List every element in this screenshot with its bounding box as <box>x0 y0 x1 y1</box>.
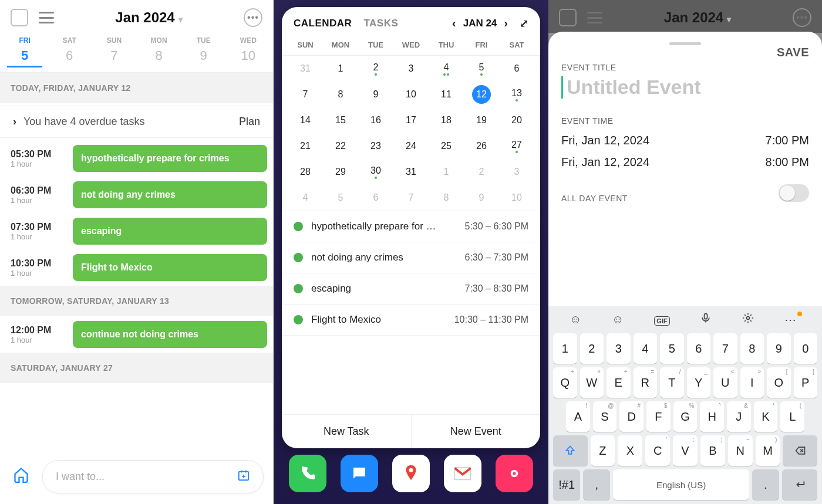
day-cell-8[interactable]: 8 <box>429 187 464 208</box>
key-M[interactable]: )M <box>756 435 780 466</box>
start-date[interactable]: Fri, Jan 12, 2024 <box>561 134 649 147</box>
settings-icon[interactable] <box>742 312 754 327</box>
more-keyboard-icon[interactable]: ⋯ <box>784 313 801 327</box>
day-cell-7[interactable]: 7 <box>393 187 429 208</box>
day-cell-1[interactable]: 1 <box>429 161 464 182</box>
key-U[interactable]: <U <box>713 367 737 398</box>
key-S[interactable]: @S <box>593 401 617 432</box>
day-cell-26[interactable]: 26 <box>464 136 499 157</box>
key-7[interactable]: 7 <box>713 333 737 364</box>
key-1[interactable]: 1 <box>553 333 577 364</box>
widget-event[interactable]: hypothetically prepare for …5:30 – 6:30 … <box>282 211 540 242</box>
day-cell-10[interactable]: 10 <box>499 187 534 208</box>
calendar-add-icon[interactable] <box>237 469 250 485</box>
home-icon[interactable] <box>9 466 33 487</box>
emoji-icon[interactable]: ☺ <box>570 313 581 326</box>
day-cell-5[interactable]: 5 <box>323 187 358 208</box>
end-time[interactable]: 8:00 PM <box>766 155 809 169</box>
select-all-checkbox[interactable] <box>11 9 28 26</box>
day-cell-19[interactable]: 19 <box>464 110 499 131</box>
new-event-button[interactable]: New Event <box>412 415 541 448</box>
tab-tasks[interactable]: TASKS <box>363 18 398 29</box>
day-cell-3[interactable]: 3 <box>393 58 429 79</box>
key-N[interactable]: ~N <box>728 435 753 466</box>
week-day-6[interactable]: SAT6 <box>52 36 87 67</box>
key-D[interactable]: #D <box>619 401 644 432</box>
key-2[interactable]: 2 <box>580 333 604 364</box>
key-English (US)[interactable]: English (US) <box>613 469 749 500</box>
end-date[interactable]: Fri, Jan 12, 2024 <box>561 155 649 169</box>
key-6[interactable]: 6 <box>687 333 711 364</box>
key-A[interactable]: !A <box>566 401 590 432</box>
key-3[interactable]: 3 <box>607 333 631 364</box>
event-title-input[interactable]: Untitled Event <box>561 76 809 99</box>
day-cell-24[interactable]: 24 <box>393 136 429 157</box>
widget-event[interactable]: Flight to Mexico10:30 – 11:30 PM <box>282 305 540 336</box>
key-I[interactable]: >I <box>740 367 764 398</box>
dock-messages-icon[interactable] <box>341 455 378 492</box>
day-cell-15[interactable]: 15 <box>323 110 358 131</box>
key-V[interactable]: :V <box>673 435 698 466</box>
key-G[interactable]: %G <box>673 401 698 432</box>
day-cell-22[interactable]: 22 <box>323 136 358 157</box>
day-cell-23[interactable]: 23 <box>358 136 393 157</box>
key-F[interactable]: $F <box>646 401 671 432</box>
key-9[interactable]: 9 <box>767 333 791 364</box>
allday-toggle[interactable] <box>779 184 809 202</box>
day-cell-4[interactable]: 4 <box>429 58 464 79</box>
key-enter[interactable] <box>782 469 817 500</box>
day-cell-10[interactable]: 10 <box>393 84 429 105</box>
dock-maps-icon[interactable] <box>392 455 430 492</box>
key-backspace[interactable] <box>783 435 817 466</box>
key-C[interactable]: 'C <box>645 435 670 466</box>
new-task-button[interactable]: New Task <box>282 415 412 448</box>
key-shift[interactable] <box>553 435 588 466</box>
save-button[interactable]: SAVE <box>777 46 809 59</box>
key-X[interactable]: X <box>618 435 642 466</box>
dock-camera-icon[interactable] <box>496 455 533 492</box>
key-E[interactable]: ÷E <box>607 367 631 398</box>
week-day-8[interactable]: MON8 <box>142 36 177 67</box>
agenda-event[interactable]: 10:30 PM1 hourFlight to Mexico <box>0 249 273 286</box>
day-cell-6[interactable]: 6 <box>499 58 534 79</box>
quick-input[interactable]: I want to... <box>42 460 264 493</box>
tab-calendar[interactable]: CALENDAR <box>294 18 352 29</box>
key-4[interactable]: 4 <box>634 333 658 364</box>
week-day-9[interactable]: TUE9 <box>186 36 221 67</box>
month-title[interactable]: Jan 2024▾ <box>65 9 233 26</box>
day-cell-16[interactable]: 16 <box>358 110 393 131</box>
gif-icon[interactable]: GIF <box>654 313 669 326</box>
day-cell-7[interactable]: 7 <box>288 84 323 105</box>
key-Y[interactable]: _Y <box>687 367 711 398</box>
agenda-event[interactable]: 12:00 PM1 hourcontinue not doing crimes <box>0 316 273 353</box>
sticker-icon[interactable]: ☺ <box>612 313 624 326</box>
key-Z[interactable]: Z <box>591 435 615 466</box>
key-Q[interactable]: +Q <box>553 367 577 398</box>
widget-event[interactable]: escaping7:30 – 8:30 PM <box>282 273 540 305</box>
key-.[interactable]: . <box>752 469 779 500</box>
agenda-event[interactable]: 06:30 PM1 hournot doing any crimes <box>0 177 273 213</box>
day-cell-17[interactable]: 17 <box>393 110 429 131</box>
mic-icon[interactable] <box>700 312 712 327</box>
day-cell-18[interactable]: 18 <box>429 110 464 131</box>
key-R[interactable]: =R <box>634 367 658 398</box>
more-button[interactable]: ••• <box>244 8 262 27</box>
key-J[interactable]: &J <box>727 401 751 432</box>
day-cell-6[interactable]: 6 <box>358 187 393 208</box>
day-cell-31[interactable]: 31 <box>288 58 323 79</box>
day-cell-21[interactable]: 21 <box>288 136 323 157</box>
day-cell-28[interactable]: 28 <box>288 161 323 182</box>
day-cell-12[interactable]: 12 <box>464 84 499 105</box>
widget-event[interactable]: not doing any crimes6:30 – 7:30 PM <box>282 242 540 273</box>
dock-gmail-icon[interactable] <box>444 455 481 492</box>
day-cell-13[interactable]: 13 <box>499 84 534 105</box>
day-cell-25[interactable]: 25 <box>429 136 464 157</box>
day-cell-27[interactable]: 27 <box>499 136 534 157</box>
key-T[interactable]: /T <box>660 367 684 398</box>
sheet-grabber[interactable] <box>669 42 701 45</box>
current-range[interactable]: JAN 24 <box>463 18 497 29</box>
week-day-10[interactable]: WED10 <box>231 36 266 67</box>
key-!#1[interactable]: !#1 <box>553 469 580 500</box>
expand-icon[interactable]: ⤢ <box>520 17 528 30</box>
day-cell-31[interactable]: 31 <box>393 161 429 182</box>
